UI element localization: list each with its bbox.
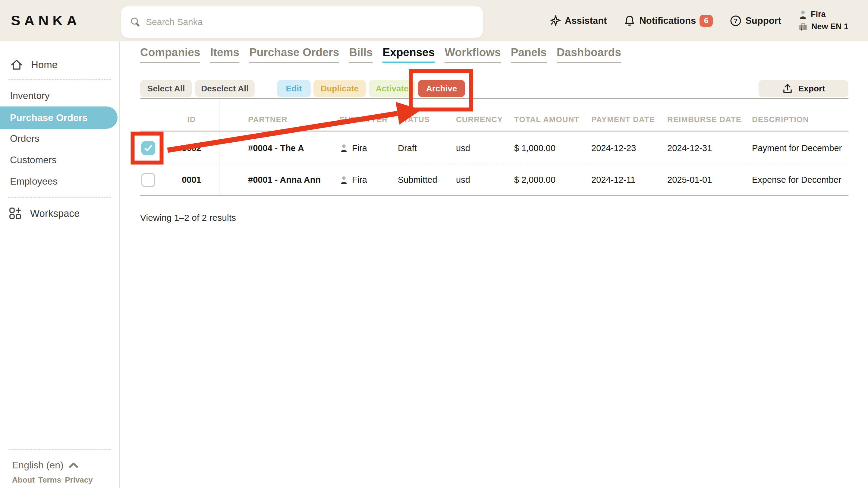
cell-payment-date: 2024-12-23 — [591, 143, 667, 153]
sidebar-item-workspace[interactable]: Workspace — [8, 207, 80, 221]
topbar-right: Assistant Notifications 6 ? Support Fira — [549, 0, 848, 41]
notifications-label: Notifications — [639, 16, 696, 26]
about-link[interactable]: About — [12, 475, 35, 485]
tab-companies[interactable]: Companies — [140, 46, 200, 63]
cell-description: Expense for December — [752, 175, 848, 185]
assistant-label: Assistant — [565, 16, 607, 26]
sidebar-item-employees[interactable]: Employees — [10, 176, 58, 187]
action-bar: Select All Deselect All Edit Duplicate A… — [140, 80, 848, 97]
main-content: Companies Items Purchase Orders Bills Ex… — [121, 41, 868, 488]
sidebar-item-orders[interactable]: Orders — [10, 133, 39, 144]
divider — [8, 79, 111, 80]
activate-button[interactable]: Activate — [369, 80, 415, 97]
deselect-all-button[interactable]: Deselect All — [195, 80, 255, 97]
sidebar-footer: English (en) About Terms Privacy — [0, 449, 119, 488]
col-description: DESCRIPTION — [752, 115, 848, 124]
support-button[interactable]: ? Support — [730, 15, 781, 27]
col-id: ID — [164, 115, 219, 124]
submitter-name: Fira — [352, 175, 367, 185]
tab-bar: Companies Items Purchase Orders Bills Ex… — [140, 46, 621, 63]
cell-currency: usd — [456, 143, 514, 153]
divider — [8, 197, 111, 198]
cell-reimburse-date: 2025-01-01 — [667, 175, 752, 185]
tab-workflows[interactable]: Workflows — [444, 46, 501, 63]
sidebar: Home Inventory Purchase Orders Orders Cu… — [0, 41, 120, 488]
cell-description: Payment for December — [752, 143, 848, 153]
person-icon — [339, 144, 348, 153]
cell-payment-date: 2024-12-11 — [591, 175, 667, 185]
sidebar-item-purchase-orders[interactable]: Purchase Orders — [0, 107, 118, 129]
home-icon — [10, 58, 23, 71]
notifications-button[interactable]: Notifications 6 — [624, 15, 713, 27]
table-row[interactable]: 0001 #0001 - Anna Ann Fira Submitted usd… — [140, 165, 848, 196]
col-currency: CURRENCY — [456, 115, 514, 124]
cell-total-amount: $ 2,000.00 — [514, 175, 591, 185]
row-checkbox-checked[interactable] — [141, 141, 155, 155]
results-count-text: Viewing 1–2 of 2 results — [140, 212, 236, 223]
assistant-button[interactable]: Assistant — [549, 15, 607, 27]
col-total-amount: TOTAL AMOUNT — [514, 115, 591, 124]
sidebar-item-customers[interactable]: Customers — [10, 154, 57, 166]
topbar: SANKA Assistant Notifications 6 ? Suppor… — [0, 0, 868, 41]
table-row[interactable]: 0002 #0004 - The A Fira Draft usd $ 1,00… — [140, 133, 848, 164]
search-input[interactable] — [146, 17, 474, 27]
help-circle-icon: ? — [730, 15, 742, 27]
export-label: Export — [798, 84, 825, 93]
language-label: English (en) — [12, 460, 64, 471]
legal-links: About Terms Privacy — [12, 475, 93, 485]
user-avatar-icon — [798, 10, 808, 19]
tab-panels[interactable]: Panels — [511, 46, 547, 63]
export-upload-icon — [782, 83, 793, 94]
search-icon — [130, 17, 141, 27]
workspace-briefcase-icon — [798, 22, 808, 32]
duplicate-button[interactable]: Duplicate — [313, 80, 366, 97]
user-name: Fira — [811, 10, 826, 19]
chevron-up-icon — [68, 462, 79, 469]
select-all-button[interactable]: Select All — [140, 80, 192, 97]
user-block[interactable]: Fira New EN 1 — [798, 10, 848, 32]
workspace-name: New EN 1 — [811, 22, 848, 31]
sidebar-item-home[interactable]: Home — [10, 58, 58, 71]
person-icon — [339, 175, 348, 184]
cell-submitter: Fira — [336, 143, 398, 153]
svg-text:?: ? — [734, 17, 738, 24]
notifications-count-badge: 6 — [700, 15, 713, 27]
col-reimburse-date: REIMBURSE DATE — [667, 115, 752, 124]
submitter-name: Fira — [352, 143, 367, 153]
col-payment-date: PAYMENT DATE — [591, 115, 667, 124]
cell-id: 0001 — [164, 175, 219, 185]
col-submitter: SUBMITTER — [336, 115, 398, 124]
cell-submitter: Fira — [336, 175, 398, 185]
privacy-link[interactable]: Privacy — [65, 475, 93, 485]
search-bar[interactable] — [121, 6, 483, 38]
tab-expenses[interactable]: Expenses — [382, 46, 435, 63]
cell-id: 0002 — [164, 143, 219, 153]
col-partner: PARTNER — [219, 115, 336, 124]
tab-bills[interactable]: Bills — [349, 46, 373, 63]
sidebar-workspace-label: Workspace — [30, 208, 80, 219]
cell-reimburse-date: 2024-12-31 — [667, 143, 752, 153]
divider — [140, 98, 848, 98]
tab-dashboards[interactable]: Dashboards — [557, 46, 621, 63]
workspace-grid-plus-icon — [8, 207, 22, 221]
terms-link[interactable]: Terms — [38, 475, 61, 485]
language-selector[interactable]: English (en) — [12, 460, 79, 471]
row-checkbox-unchecked[interactable] — [141, 173, 155, 187]
divider — [8, 449, 111, 450]
bell-icon — [624, 15, 636, 27]
sidebar-purchase-orders-label: Purchase Orders — [10, 112, 88, 123]
cell-total-amount: $ 1,000.00 — [514, 143, 591, 153]
assistant-star-icon — [549, 15, 561, 27]
export-button[interactable]: Export — [758, 80, 848, 97]
archive-button[interactable]: Archive — [418, 80, 465, 97]
sidebar-home-label: Home — [31, 59, 58, 70]
app-logo: SANKA — [11, 12, 81, 29]
cell-partner: #0001 - Anna Ann — [219, 175, 336, 185]
edit-button[interactable]: Edit — [277, 80, 311, 97]
cell-partner: #0004 - The A — [219, 143, 336, 153]
sidebar-item-inventory[interactable]: Inventory — [10, 90, 50, 101]
support-label: Support — [745, 16, 781, 26]
tab-purchase-orders[interactable]: Purchase Orders — [249, 46, 339, 63]
tab-items[interactable]: Items — [210, 46, 239, 63]
cell-status: Submitted — [398, 175, 456, 185]
